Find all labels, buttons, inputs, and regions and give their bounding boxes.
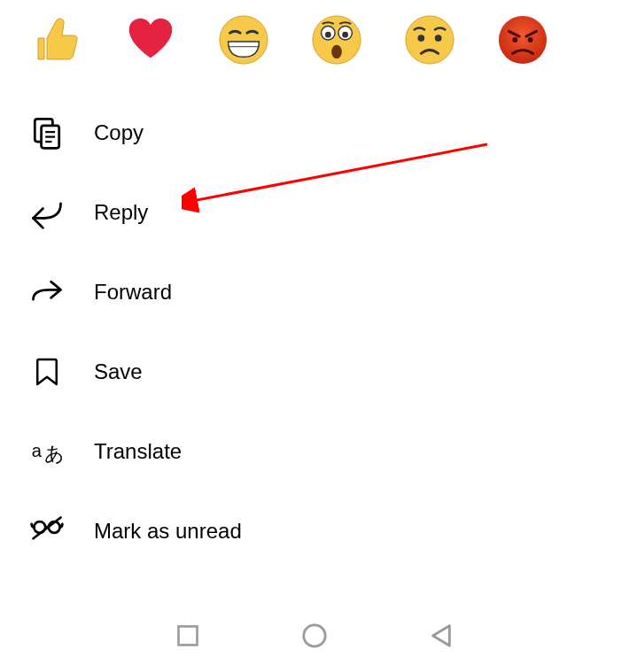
svg-rect-26	[179, 627, 198, 645]
copy-label: Copy	[94, 120, 144, 145]
mark-unread-icon	[27, 511, 67, 552]
angry-icon	[497, 14, 548, 66]
svg-point-8	[406, 16, 454, 64]
reply-label: Reply	[94, 200, 148, 225]
svg-point-7	[331, 45, 342, 58]
nav-recent-button[interactable]	[171, 619, 205, 653]
svg-point-13	[528, 37, 533, 42]
copy-item[interactable]: Copy	[0, 93, 629, 173]
svg-point-11	[499, 16, 547, 64]
nav-back-button[interactable]	[424, 619, 458, 653]
save-label: Save	[94, 359, 143, 384]
svg-text:a: a	[32, 441, 43, 460]
laugh-icon	[218, 14, 269, 66]
svg-point-27	[304, 625, 325, 646]
forward-label: Forward	[94, 280, 172, 305]
mark-unread-item[interactable]: Mark as unread	[0, 491, 629, 571]
reply-item[interactable]: Reply	[0, 173, 629, 252]
sad-icon	[404, 14, 455, 66]
surprised-icon	[311, 14, 362, 66]
save-item[interactable]: Save	[0, 332, 629, 412]
android-nav-bar	[0, 610, 629, 661]
svg-point-9	[417, 35, 424, 42]
nav-home-button[interactable]	[298, 619, 331, 653]
translate-label: Translate	[94, 439, 182, 464]
forward-icon	[27, 272, 67, 313]
reactions-row	[0, 0, 629, 75]
mark-unread-label: Mark as unread	[94, 519, 242, 544]
reaction-angry[interactable]	[496, 13, 549, 66]
context-menu: Copy Reply Forward Save a	[0, 75, 629, 571]
reply-icon	[27, 192, 67, 233]
svg-line-23	[33, 517, 60, 538]
reaction-heart[interactable]	[124, 13, 177, 66]
translate-icon: a あ	[27, 431, 67, 472]
reaction-laugh[interactable]	[217, 13, 270, 66]
triangle-back-icon	[428, 622, 454, 649]
svg-text:あ: あ	[44, 443, 65, 465]
svg-point-4	[325, 32, 331, 38]
thumbs-up-icon	[31, 13, 84, 66]
forward-item[interactable]: Forward	[0, 252, 629, 332]
bookmark-icon	[27, 351, 67, 392]
reaction-sad[interactable]	[403, 13, 456, 66]
reaction-thumbs-up[interactable]	[31, 13, 84, 66]
reaction-surprised[interactable]	[310, 13, 363, 66]
heart-icon	[126, 15, 175, 65]
square-icon	[175, 623, 200, 648]
svg-point-10	[435, 35, 442, 42]
circle-icon	[301, 622, 328, 649]
svg-point-6	[342, 32, 348, 38]
svg-point-12	[512, 37, 517, 42]
copy-icon	[27, 112, 67, 153]
translate-item[interactable]: a あ Translate	[0, 412, 629, 491]
